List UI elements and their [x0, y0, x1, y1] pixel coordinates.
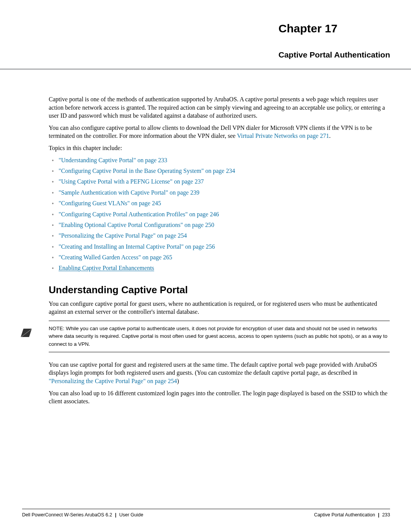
topics-intro: Topics in this chapter include: — [49, 144, 390, 152]
section-heading: Understanding Captive Portal — [49, 284, 390, 296]
note-icon — [21, 329, 32, 337]
horizontal-rule — [0, 69, 411, 70]
list-item: "Enabling Optional Captive Portal Config… — [49, 221, 390, 229]
text: You can use captive portal for guest and… — [49, 361, 377, 376]
list-item: "Creating Walled Garden Access" on page … — [49, 253, 390, 262]
intro-paragraph-1: Captive portal is one of the methods of … — [49, 95, 390, 120]
topic-link[interactable]: "Enabling Optional Captive Portal Config… — [59, 222, 214, 228]
list-item: "Personalizing the Captive Portal Page" … — [49, 232, 390, 240]
list-item: Enabling Captive Portal Enhancements — [49, 264, 390, 272]
link-personalize[interactable]: "Personalizing the Captive Portal Page" … — [49, 378, 177, 384]
topic-link[interactable]: "Configuring Guest VLANs" on page 245 — [59, 200, 161, 206]
chapter-number: Chapter 17 — [279, 22, 390, 35]
footer-product: Dell PowerConnect W-Series ArubaOS 6.2 — [22, 512, 112, 518]
list-item: "Configuring Captive Portal in the Base … — [49, 167, 390, 175]
list-item: "Sample Authentication with Captive Port… — [49, 189, 390, 197]
topic-link[interactable]: "Using Captive Portal with a PEFNG Licen… — [59, 178, 204, 185]
note-box: NOTE: While you can use captive portal t… — [49, 321, 390, 352]
chapter-subtitle: Captive Portal Authentication — [279, 50, 390, 59]
list-item: "Configuring Captive Portal Authenticati… — [49, 210, 390, 219]
text: ) — [177, 378, 179, 384]
intro-paragraph-2: You can also configure captive portal to… — [49, 124, 390, 140]
topic-link[interactable]: "Creating Walled Garden Access" on page … — [59, 254, 172, 260]
footer-right: Captive Portal Authentication | 233 — [314, 512, 390, 518]
topic-link[interactable]: "Understanding Captive Portal" on page 2… — [59, 157, 167, 163]
footer-page-number: 233 — [382, 512, 390, 518]
topic-link[interactable]: "Configuring Captive Portal in the Base … — [59, 168, 235, 174]
section-paragraph-1: You can configure captive portal for gue… — [49, 300, 390, 316]
link-vpn[interactable]: Virtual Private Networks on page 271 — [237, 133, 329, 139]
topics-list: "Understanding Captive Portal" on page 2… — [49, 156, 390, 273]
main-content: Captive portal is one of the methods of … — [49, 95, 390, 409]
topic-link[interactable]: "Creating and Installing an Internal Cap… — [59, 243, 215, 250]
section-paragraph-3: You can also load up to 16 different cus… — [49, 389, 390, 406]
list-item: "Understanding Captive Portal" on page 2… — [49, 156, 390, 165]
page-footer: Dell PowerConnect W-Series ArubaOS 6.2 |… — [22, 509, 390, 518]
topic-link[interactable]: "Personalizing the Captive Portal Page" … — [59, 232, 187, 239]
section-paragraph-2: You can use captive portal for guest and… — [49, 361, 390, 385]
list-item: "Creating and Installing an Internal Cap… — [49, 243, 390, 251]
topic-link[interactable]: "Sample Authentication with Captive Port… — [59, 189, 199, 196]
list-item: "Configuring Guest VLANs" on page 245 — [49, 199, 390, 208]
footer-section: Captive Portal Authentication — [314, 512, 375, 518]
footer-left: Dell PowerConnect W-Series ArubaOS 6.2 |… — [22, 512, 143, 518]
topic-link[interactable]: "Configuring Captive Portal Authenticati… — [59, 211, 219, 217]
text: . — [329, 133, 331, 139]
page: Chapter 17 Captive Portal Authentication… — [0, 0, 411, 532]
footer-separator: | — [115, 512, 116, 518]
footer-doc-type: User Guide — [119, 512, 143, 518]
note-text: NOTE: While you can use captive portal t… — [49, 325, 390, 348]
topic-link-underlined[interactable]: Enabling Captive Portal Enhancements — [59, 265, 154, 271]
chapter-header: Chapter 17 Captive Portal Authentication — [279, 22, 390, 59]
footer-separator: | — [378, 512, 379, 518]
list-item: "Using Captive Portal with a PEFNG Licen… — [49, 177, 390, 186]
